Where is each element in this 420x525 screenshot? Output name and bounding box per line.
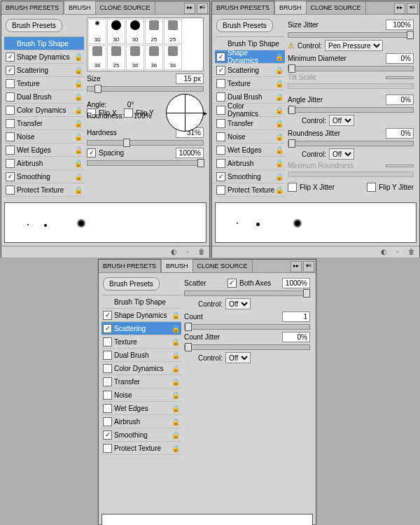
- size-slider[interactable]: [87, 86, 204, 92]
- opt-shape-dynamics[interactable]: ✓Shape Dynamics🔒: [102, 309, 181, 322]
- trash-icon[interactable]: 🗑: [407, 248, 416, 256]
- angle-value[interactable]: 0°: [109, 100, 136, 109]
- warning-icon: ⚠: [288, 41, 295, 50]
- lock-icon: 🔒: [74, 80, 83, 88]
- angle-widget[interactable]: [166, 94, 204, 132]
- count-jitter-slider[interactable]: [184, 344, 310, 350]
- tab-clone-source[interactable]: CLONE SOURCE: [96, 1, 155, 14]
- opt-scattering[interactable]: ✓Scattering🔒: [215, 64, 285, 77]
- tab-brush-presets[interactable]: BRUSH PRESETS: [99, 260, 161, 272]
- trash-icon[interactable]: 🗑: [197, 248, 206, 256]
- opt-texture[interactable]: Texture🔒: [215, 77, 285, 90]
- opt-airbrush[interactable]: Airbrush🔒: [4, 157, 84, 170]
- opt-texture[interactable]: Texture🔒: [4, 77, 84, 90]
- size-control-select[interactable]: Pen Pressure: [325, 40, 383, 51]
- tab-clone-source[interactable]: CLONE SOURCE: [307, 1, 366, 14]
- hardness-label: Hardness: [87, 129, 117, 136]
- opt-dual-brush[interactable]: Dual Brush🔒: [4, 90, 84, 104]
- spacing-value[interactable]: 1000%: [176, 148, 204, 158]
- new-brush-icon[interactable]: ▫: [393, 248, 402, 256]
- opt-dual-brush[interactable]: Dual Brush🔒: [102, 349, 181, 362]
- roundness-jitter-slider[interactable]: [288, 141, 414, 146]
- tab-brush-presets[interactable]: BRUSH PRESETS: [1, 1, 64, 14]
- size-jitter-slider[interactable]: [288, 32, 414, 38]
- opt-wet-edges[interactable]: Wet Edges🔒: [215, 144, 285, 157]
- tilt-scale-slider: [288, 83, 414, 89]
- hardness-slider[interactable]: [87, 140, 204, 146]
- scatter-label: Scatter: [184, 279, 206, 287]
- scatter-slider[interactable]: [184, 290, 310, 296]
- opt-transfer[interactable]: Transfer🔒: [215, 117, 285, 130]
- size-jitter-value[interactable]: 100%: [386, 20, 414, 30]
- opt-smoothing[interactable]: ✓Smoothing🔒: [4, 170, 84, 183]
- collapse-icon[interactable]: ▸▸: [184, 3, 195, 14]
- opt-noise[interactable]: Noise🔒: [215, 130, 285, 144]
- menu-icon[interactable]: ▾≡: [303, 261, 314, 272]
- opt-color-dynamics[interactable]: Color Dynamics🔒: [102, 362, 181, 375]
- opt-texture[interactable]: Texture🔒: [102, 335, 181, 349]
- opt-brush-tip-shape[interactable]: Brush Tip Shape: [4, 37, 84, 50]
- tab-brush-presets[interactable]: BRUSH PRESETS: [212, 1, 274, 14]
- new-brush-icon[interactable]: ▫: [183, 248, 192, 256]
- opt-shape-dynamics[interactable]: ✓Shape Dynamics🔒: [215, 50, 285, 64]
- opt-protect-texture[interactable]: Protect Texture🔒: [4, 183, 84, 197]
- min-diameter-value[interactable]: 0%: [386, 53, 414, 64]
- count-value[interactable]: 1: [282, 312, 310, 322]
- brush-presets-button[interactable]: Brush Presets: [216, 19, 273, 32]
- roundness-jitter-value[interactable]: 0%: [386, 128, 414, 139]
- opt-airbrush[interactable]: Airbrush🔒: [215, 157, 285, 170]
- lock-icon: 🔒: [275, 53, 284, 61]
- tab-brush[interactable]: BRUSH: [274, 1, 307, 14]
- opt-protect-texture[interactable]: Protect Texture🔒: [102, 442, 181, 455]
- spacing-checkbox[interactable]: ✓: [87, 148, 96, 158]
- size-value[interactable]: 15 px: [176, 74, 204, 84]
- opt-noise[interactable]: Noise🔒: [4, 130, 84, 144]
- lock-icon: 🔒: [275, 160, 284, 167]
- brush-presets-button[interactable]: Brush Presets: [103, 277, 160, 290]
- toggle-preview-icon[interactable]: ◐: [169, 248, 178, 256]
- opt-noise[interactable]: Noise🔒: [102, 388, 181, 402]
- count-jitter-label: Count Jitter: [184, 333, 220, 341]
- opt-wet-edges[interactable]: Wet Edges🔒: [102, 402, 181, 415]
- spacing-slider[interactable]: [87, 160, 204, 166]
- opt-smoothing[interactable]: ✓Smoothing🔒: [215, 170, 285, 183]
- roundness-value[interactable]: 100%: [127, 111, 153, 120]
- scatter-value[interactable]: 1000%: [282, 278, 310, 288]
- opt-color-dynamics[interactable]: Color Dynamics🔒: [4, 104, 84, 117]
- angle-jitter-value[interactable]: 0%: [386, 94, 414, 105]
- menu-icon[interactable]: ▾≡: [197, 3, 208, 14]
- opt-smoothing[interactable]: ✓Smoothing🔒: [102, 428, 181, 442]
- count-control-select[interactable]: Off: [225, 352, 251, 363]
- tab-brush[interactable]: BRUSH: [64, 1, 96, 14]
- scatter-control-select[interactable]: Off: [225, 298, 251, 309]
- opt-brush-tip-shape[interactable]: Brush Tip Shape: [102, 295, 181, 309]
- collapse-icon[interactable]: ▸▸: [290, 261, 302, 272]
- brush-tip-grid[interactable]: 30 30 30 25 25 36 25 36 36 36: [87, 18, 204, 71]
- tab-clone-source[interactable]: CLONE SOURCE: [193, 260, 253, 272]
- tab-brush[interactable]: BRUSH: [161, 259, 193, 272]
- opt-protect-texture[interactable]: Protect Texture🔒: [215, 183, 285, 197]
- count-jitter-value[interactable]: 0%: [282, 332, 310, 342]
- opt-transfer[interactable]: Transfer🔒: [102, 375, 181, 388]
- collapse-icon[interactable]: ▸▸: [394, 3, 405, 14]
- flipx-jitter-checkbox[interactable]: [288, 183, 297, 192]
- count-slider[interactable]: [184, 324, 310, 330]
- angle-control-select[interactable]: Off: [329, 115, 354, 126]
- roundness-control-select[interactable]: Off: [329, 148, 354, 160]
- opt-wet-edges[interactable]: Wet Edges🔒: [4, 144, 84, 157]
- lock-icon: 🔒: [172, 351, 180, 359]
- opt-scattering[interactable]: ✓Scattering🔒: [102, 322, 181, 335]
- both-axes-checkbox[interactable]: ✓: [227, 279, 237, 288]
- min-diameter-slider[interactable]: [288, 66, 414, 71]
- brush-presets-button[interactable]: Brush Presets: [6, 19, 62, 32]
- opt-transfer[interactable]: Transfer🔒: [4, 117, 84, 130]
- flipy-jitter-checkbox[interactable]: [367, 183, 376, 192]
- angle-jitter-slider[interactable]: [288, 107, 414, 113]
- toggle-preview-icon[interactable]: ◐: [379, 248, 388, 256]
- lock-icon: 🔒: [172, 405, 180, 412]
- opt-color-dynamics[interactable]: Color Dynamics🔒: [215, 104, 285, 117]
- opt-scattering[interactable]: ✓Scattering🔒: [4, 64, 84, 77]
- opt-airbrush[interactable]: Airbrush🔒: [102, 415, 181, 428]
- menu-icon[interactable]: ▾≡: [407, 3, 418, 14]
- opt-shape-dynamics[interactable]: ✓Shape Dynamics🔒: [4, 50, 84, 64]
